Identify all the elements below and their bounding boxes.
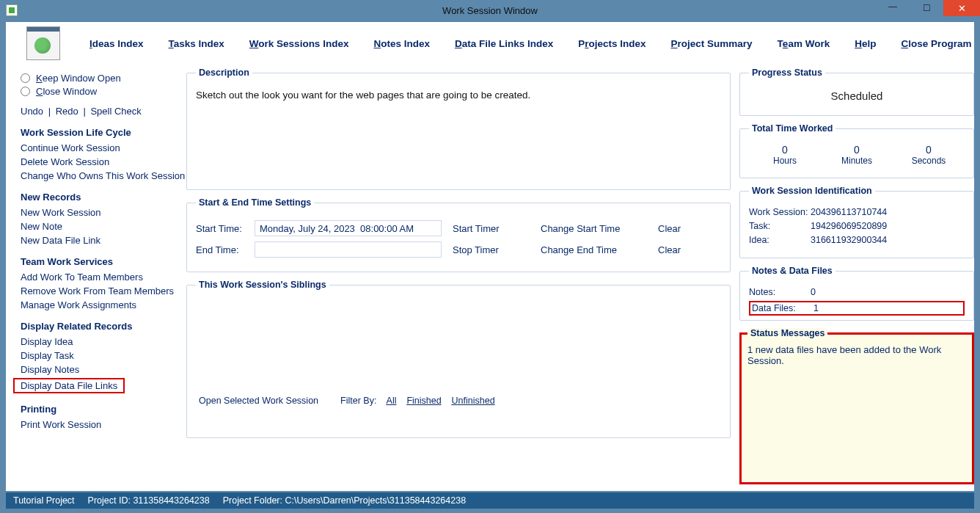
status-project-name: Tutorial Project	[13, 495, 75, 506]
window-controls	[876, 0, 980, 18]
window-frame: Work Session Window Ideas Index Tasks In…	[0, 0, 980, 513]
status-messages-group: Status Messages 1 new data files have be…	[739, 328, 974, 484]
start-time-input[interactable]	[255, 220, 442, 236]
total-time-worked-group: Total Time Worked 0Hours 0Minutes 0Secon…	[739, 123, 974, 178]
display-data-file-links-link[interactable]: Display Data File Links	[18, 379, 120, 393]
window-title: Work Session Window	[0, 5, 980, 16]
siblings-legend: This Work Session's Siblings	[196, 280, 329, 290]
description-legend: Description	[196, 68, 252, 78]
filter-by-label: Filter By:	[340, 396, 376, 406]
open-selected-work-session-link[interactable]: Open Selected Work Session	[199, 396, 318, 406]
delete-work-session-link[interactable]: Delete Work Session	[21, 156, 186, 167]
new-data-file-link[interactable]: New Data File Link	[21, 235, 186, 246]
ws-id-label: Work Session:	[749, 207, 811, 217]
hours-value: 0	[749, 144, 821, 156]
data-files-count-value: 1	[813, 303, 819, 313]
clear-end-link[interactable]: Clear	[658, 244, 709, 255]
ws-id-value: 204396113710744	[811, 207, 887, 217]
stop-timer-link[interactable]: Stop Timer	[453, 244, 541, 255]
display-task-link[interactable]: Display Task	[21, 350, 186, 361]
task-id-label: Task:	[749, 221, 811, 231]
work-session-identification-group: Work Session Identification Work Session…	[739, 186, 974, 258]
status-project-id: Project ID: 311358443264238	[88, 495, 210, 506]
menu-work-sessions-index[interactable]: Work Sessions Index	[249, 38, 349, 49]
radio-close-window[interactable]: Close Window	[21, 86, 186, 97]
remove-work-team-link[interactable]: Remove Work From Team Members	[21, 285, 186, 296]
print-work-session-link[interactable]: Print Work Session	[21, 419, 186, 430]
radio-keep-window-open[interactable]: Keep Window Open	[21, 73, 186, 84]
filter-finished-link[interactable]: Finished	[406, 396, 441, 406]
sidebar-heading-lifecycle: Work Session Life Cycle	[21, 127, 186, 138]
total-time-worked-legend: Total Time Worked	[749, 123, 835, 134]
sidebar-heading-team-work: Team Work Services	[21, 256, 186, 267]
minimize-button[interactable]	[876, 0, 910, 16]
status-messages-legend: Status Messages	[747, 328, 827, 338]
add-work-team-link[interactable]: Add Work To Team Members	[21, 272, 186, 283]
seconds-label: Seconds	[893, 156, 965, 166]
main-area: Keep Window Open Close Window Undo | Red…	[6, 65, 974, 491]
notes-data-files-group: Notes & Data Files Notes:0 Data Files:1	[739, 266, 974, 321]
separator: |	[83, 106, 85, 117]
minutes-value: 0	[821, 144, 893, 156]
sidebar-heading-display-related: Display Related Records	[21, 321, 186, 332]
siblings-group: This Work Session's Siblings Open Select…	[186, 280, 731, 438]
time-settings-legend: Start & End Time Settings	[196, 197, 314, 208]
display-notes-link[interactable]: Display Notes	[21, 364, 186, 375]
work-session-identification-legend: Work Session Identification	[749, 186, 875, 196]
notes-data-files-legend: Notes & Data Files	[749, 266, 835, 276]
menu-projects-index[interactable]: Projects Index	[578, 38, 646, 49]
start-timer-link[interactable]: Start Timer	[453, 223, 541, 234]
display-idea-link[interactable]: Display Idea	[21, 336, 186, 347]
siblings-list[interactable]: Open Selected Work Session Filter By: Al…	[196, 297, 721, 407]
app-logo-icon	[26, 26, 60, 60]
change-start-time-link[interactable]: Change Start Time	[541, 223, 658, 234]
end-time-input[interactable]	[255, 241, 442, 258]
sidebar-heading-printing: Printing	[21, 404, 186, 415]
new-note-link[interactable]: New Note	[21, 221, 186, 232]
maximize-button[interactable]	[910, 0, 943, 16]
change-owner-link[interactable]: Change Who Owns This Work Session	[21, 170, 186, 181]
main-menu: Ideas Index Tasks Index Work Sessions In…	[89, 38, 971, 49]
time-settings-group: Start & End Time Settings Start Time: St…	[186, 197, 731, 272]
progress-status-group: Progress Status Scheduled	[739, 68, 974, 116]
seconds-value: 0	[893, 144, 965, 156]
title-bar[interactable]: Work Session Window	[0, 0, 980, 21]
description-text[interactable]: Sketch out the look you want for the web…	[196, 85, 721, 181]
status-message-text: 1 new data files have been added to the …	[742, 338, 972, 372]
spell-check-link[interactable]: Spell Check	[90, 106, 141, 117]
manage-work-assignments-link[interactable]: Manage Work Assignments	[21, 299, 186, 310]
filter-all-link[interactable]: All	[387, 396, 397, 406]
menu-tasks-index[interactable]: Tasks Index	[169, 38, 224, 49]
edit-linkbar: Undo | Redo | Spell Check	[21, 106, 186, 117]
separator: |	[48, 106, 51, 117]
notes-count-label: Notes:	[749, 287, 811, 297]
siblings-footer: Open Selected Work Session Filter By: Al…	[199, 396, 495, 406]
continue-work-session-link[interactable]: Continue Work Session	[21, 142, 186, 153]
redo-link[interactable]: Redo	[56, 106, 78, 117]
notes-count-value: 0	[811, 287, 816, 297]
clear-start-link[interactable]: Clear	[658, 223, 709, 234]
minutes-label: Minutes	[821, 156, 893, 166]
filter-unfinished-link[interactable]: Unfinished	[452, 396, 495, 406]
sidebar-heading-new-records: New Records	[21, 192, 186, 203]
idea-id-label: Idea:	[749, 235, 811, 245]
undo-link[interactable]: Undo	[21, 106, 43, 117]
progress-status-legend: Progress Status	[749, 68, 825, 78]
menu-notes-index[interactable]: Notes Index	[373, 38, 430, 49]
end-time-label: End Time:	[196, 244, 255, 255]
menu-close-program[interactable]: Close Program	[901, 38, 971, 49]
start-time-label: Start Time:	[196, 223, 255, 234]
center-column: Description Sketch out the look you want…	[186, 65, 735, 491]
task-id-value: 194296069520899	[811, 221, 887, 231]
new-work-session-link[interactable]: New Work Session	[21, 207, 186, 218]
progress-status-value: Scheduled	[749, 85, 965, 106]
description-group: Description Sketch out the look you want…	[186, 68, 731, 190]
change-end-time-link[interactable]: Change End Time	[541, 244, 658, 255]
menu-help[interactable]: Help	[855, 38, 876, 49]
menu-team-work[interactable]: Team Work	[778, 38, 830, 49]
close-button[interactable]	[943, 0, 980, 16]
menu-ideas-index[interactable]: Ideas Index	[89, 38, 144, 49]
menu-data-file-links-index[interactable]: Data File Links Index	[455, 38, 553, 49]
menu-project-summary[interactable]: Project Summary	[671, 38, 753, 49]
hours-label: Hours	[749, 156, 821, 166]
